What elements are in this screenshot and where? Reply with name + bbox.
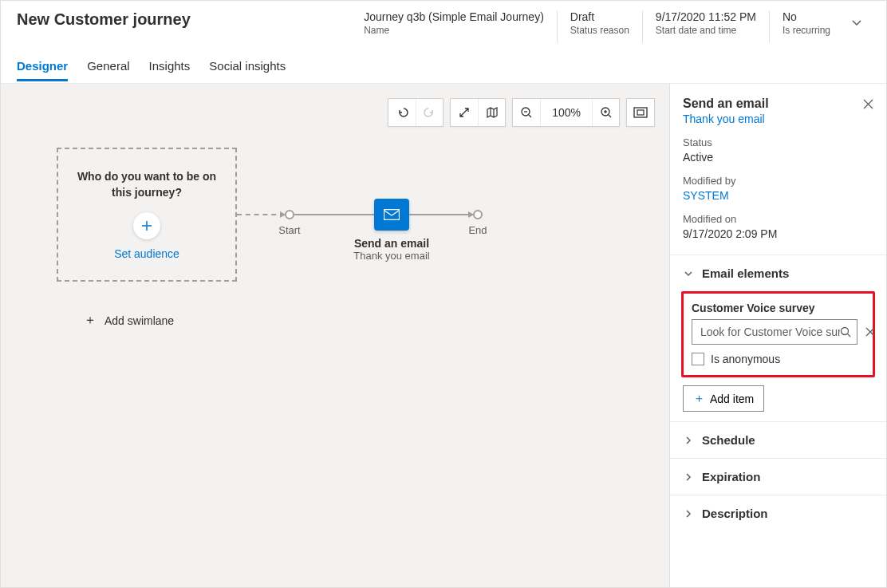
- panel-subtitle: Thank you email: [670, 111, 886, 125]
- plus-icon: ＋: [693, 391, 705, 406]
- panel-close-button[interactable]: [863, 99, 873, 109]
- toolbar-group-view: [450, 98, 506, 127]
- node-dot-icon: [473, 210, 483, 219]
- survey-lookup-row: [692, 319, 865, 345]
- zoom-in-icon: [600, 106, 613, 119]
- page-title: New Customer journey: [17, 10, 191, 29]
- anonymous-checkbox-row: Is anonymous: [692, 353, 865, 365]
- add-swimlane-button[interactable]: ＋ Add swimlane: [84, 312, 174, 329]
- designer-canvas[interactable]: 100% Who do you want to be on this journ…: [1, 84, 669, 587]
- panel-meta: Status Active Modified by SYSTEM Modifie…: [670, 125, 886, 255]
- meta-label: Modified by: [683, 175, 873, 187]
- svg-line-13: [848, 333, 851, 337]
- toolbar-group-history: [388, 98, 444, 127]
- start-label: Start: [278, 224, 300, 236]
- header-field-name[interactable]: Journey q3b (Simple Email Journey) Name: [351, 10, 557, 42]
- section-header-email-elements[interactable]: Email elements: [670, 255, 886, 291]
- tab-general[interactable]: General: [87, 51, 129, 81]
- anonymous-label: Is anonymous: [711, 353, 780, 365]
- chevron-right-icon: [683, 436, 694, 445]
- undo-icon: [396, 106, 408, 119]
- clear-survey-button[interactable]: [865, 327, 875, 337]
- page-header: New Customer journey Journey q3b (Simple…: [1, 1, 886, 49]
- email-link[interactable]: Thank you email: [683, 112, 765, 125]
- start-node[interactable]: Start: [285, 210, 294, 219]
- section-header-description[interactable]: Description: [670, 495, 886, 531]
- section-title: Description: [702, 507, 768, 520]
- meta-label: Status: [683, 136, 873, 148]
- svg-rect-11: [384, 210, 400, 220]
- anonymous-checkbox[interactable]: [692, 353, 704, 365]
- toolbar-group-zoom: 100%: [512, 98, 620, 127]
- section-title: Schedule: [702, 433, 755, 447]
- section-email-elements: Email elements Customer Voice survey: [670, 255, 886, 421]
- header-field-value: Journey q3b (Simple Email Journey): [364, 10, 544, 23]
- customer-voice-highlight: Customer Voice survey: [681, 291, 875, 377]
- fit-screen-icon: [633, 107, 648, 118]
- email-node-title: Send an email: [328, 237, 455, 250]
- audience-placeholder[interactable]: Who do you want to be on this journey? S…: [57, 148, 237, 282]
- undo-button[interactable]: [388, 99, 416, 126]
- meta-label: Modified on: [683, 213, 873, 225]
- email-node[interactable]: Send an email Thank you email: [374, 199, 409, 231]
- canvas-toolbar: 100%: [388, 98, 655, 127]
- plus-icon: ＋: [84, 312, 97, 329]
- survey-input[interactable]: [700, 326, 840, 338]
- add-audience-button[interactable]: [133, 212, 160, 239]
- chevron-right-icon: [683, 509, 694, 519]
- survey-lookup[interactable]: [692, 319, 857, 345]
- end-node[interactable]: End: [473, 210, 483, 219]
- email-tile: [374, 199, 409, 231]
- svg-line-1: [529, 115, 531, 117]
- journey-flow: Who do you want to be on this journey? S…: [57, 148, 483, 282]
- add-swimlane-label: Add swimlane: [104, 314, 174, 327]
- fullscreen-button[interactable]: [451, 99, 478, 126]
- section-body-email-elements: Customer Voice survey: [670, 291, 886, 421]
- section-title: Expiration: [702, 470, 760, 483]
- svg-rect-7: [634, 108, 647, 117]
- toolbar-group-fit: [626, 98, 655, 127]
- header-field-value: No: [783, 10, 830, 23]
- svg-point-12: [842, 327, 849, 334]
- tab-bar: Designer General Insights Social insight…: [1, 49, 886, 84]
- fit-to-screen-button[interactable]: [627, 99, 654, 126]
- header-field-label: Start date and time: [656, 25, 756, 36]
- tab-social-insights[interactable]: Social insights: [209, 51, 286, 81]
- header-field-start[interactable]: 9/17/2020 11:52 PM Start date and time: [642, 10, 769, 42]
- node-dot-icon: [285, 210, 294, 219]
- meta-value-link[interactable]: SYSTEM: [683, 189, 873, 202]
- meta-modified-by: Modified by SYSTEM: [683, 175, 873, 202]
- header-field-status[interactable]: Draft Status reason: [557, 10, 642, 42]
- redo-button[interactable]: [416, 99, 443, 126]
- survey-field-label: Customer Voice survey: [692, 302, 865, 314]
- add-item-button[interactable]: ＋ Add item: [683, 385, 764, 412]
- tab-designer[interactable]: Designer: [17, 51, 68, 81]
- zoom-percent: 100%: [547, 106, 585, 119]
- email-labels: Send an email Thank you email: [328, 237, 455, 262]
- zoom-level[interactable]: 100%: [540, 99, 592, 126]
- section-expiration: Expiration: [670, 458, 886, 495]
- body: 100% Who do you want to be on this journ…: [1, 84, 886, 587]
- section-schedule: Schedule: [670, 421, 886, 458]
- zoom-in-button[interactable]: [592, 99, 619, 126]
- set-audience-link[interactable]: Set audience: [114, 247, 179, 260]
- panel-header: Send an email: [670, 84, 886, 111]
- section-header-schedule[interactable]: Schedule: [670, 422, 886, 458]
- header-field-recurring[interactable]: No Is recurring: [769, 10, 843, 42]
- meta-status: Status Active: [683, 136, 873, 164]
- redo-icon: [424, 106, 436, 119]
- connector-solid: [294, 214, 374, 215]
- section-header-expiration[interactable]: Expiration: [670, 459, 886, 495]
- map-icon: [486, 106, 499, 119]
- expand-arrows-icon: [458, 106, 471, 119]
- properties-panel: Send an email Thank you email Status Act…: [669, 84, 886, 587]
- section-title: Email elements: [702, 266, 789, 280]
- tab-insights[interactable]: Insights: [149, 51, 191, 81]
- search-icon[interactable]: [840, 326, 852, 338]
- header-expand-button[interactable]: [843, 10, 870, 28]
- zoom-out-button[interactable]: [513, 99, 540, 126]
- minimap-button[interactable]: [478, 99, 505, 126]
- plus-icon: [141, 220, 152, 231]
- audience-question: Who do you want to be on this journey?: [71, 169, 223, 200]
- header-field-label: Name: [364, 25, 544, 36]
